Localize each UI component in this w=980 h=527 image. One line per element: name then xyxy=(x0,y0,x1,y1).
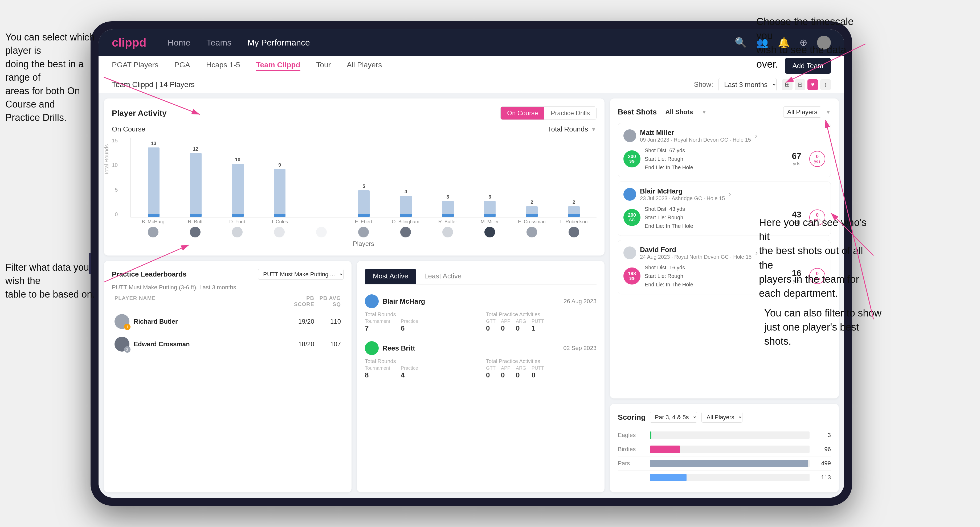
y-axis-label: Total Rounds xyxy=(103,144,110,175)
putt-val-1: 0 xyxy=(531,371,544,379)
tablet-device: clippd Home Teams My Performance 🔍 👥 🔔 ⊕… xyxy=(91,21,852,506)
arg-val-1: 0 xyxy=(516,371,526,379)
gtt-label: GTT xyxy=(486,319,496,324)
shot-player-info-0: Matt Miller 09 Jun 2023 · Royal North De… xyxy=(640,129,751,143)
gtt-label-1: GTT xyxy=(486,365,496,371)
player-activity-title: Player Activity xyxy=(112,109,167,117)
sub-nav-links: PGAT Players PGA Hcaps 1-5 Team Clippd T… xyxy=(112,61,785,71)
leaderboard-row-0: 1 Richard Butler 19/20 110 xyxy=(112,310,344,333)
nav-my-performance[interactable]: My Performance xyxy=(247,38,310,48)
nav-home[interactable]: Home xyxy=(168,38,190,48)
shot-stat-0: 67 yds xyxy=(788,151,805,167)
pai-rounds-sublabels-1: Tournament 8 Practice 4 xyxy=(365,365,476,379)
all-players-dropdown[interactable]: All Players xyxy=(783,106,821,117)
tournament-val-0: 7 xyxy=(365,324,390,332)
on-course-toggle[interactable]: On Course xyxy=(501,107,544,119)
active-tabs: Most Active Least Active xyxy=(365,269,597,284)
lb-avatar-1: 2 xyxy=(115,337,129,352)
gtt-val-1: 0 xyxy=(486,371,496,379)
shot-chevron-1[interactable]: › xyxy=(729,190,731,198)
pai-date-1: 02 Sep 2023 xyxy=(563,344,597,352)
shot-chevron-0[interactable]: › xyxy=(755,132,757,140)
pai-header-0: Blair McHarg 26 Aug 2023 xyxy=(365,294,597,308)
practice-drills-toggle[interactable]: Practice Drills xyxy=(544,107,596,119)
sub-nav-pga[interactable]: PGA xyxy=(174,61,190,71)
chart-dropdown-arrow[interactable]: ▼ xyxy=(591,126,597,133)
avatar-wrap-2 xyxy=(217,226,258,238)
bar-o-billingham: 4 xyxy=(385,189,426,217)
x-label-9: E. Crossman xyxy=(511,219,552,225)
tournament-label: Tournament xyxy=(365,319,390,324)
pai-avatar-0 xyxy=(365,294,379,308)
pai-practice-sublabels-1: GTT 0 APP 0 ARG xyxy=(486,365,597,379)
shot-chevron-2[interactable]: › xyxy=(755,249,757,257)
pai-stats-1: Total Rounds Tournament 8 Practice xyxy=(365,358,597,379)
nav-teams[interactable]: Teams xyxy=(206,38,231,48)
bottom-cards: Practice Leaderboards PUTT Must Make Put… xyxy=(104,261,605,492)
shot-player-info-2: David Ford 24 Aug 2023 · Royal North Dev… xyxy=(640,246,751,260)
scoring-birdies-bar-wrap xyxy=(650,446,810,453)
time-filter-dropdown[interactable]: Last 3 months Last 6 months Last year xyxy=(719,78,776,91)
x-label-8: M. Miller xyxy=(469,219,510,225)
x-label-3: J. Coles xyxy=(259,219,300,225)
sub-nav-hcaps[interactable]: Hcaps 1-5 xyxy=(206,61,240,71)
top-navigation: clippd Home Teams My Performance 🔍 👥 🔔 ⊕ xyxy=(99,29,844,56)
avatar-wrap-10 xyxy=(554,226,594,238)
scoring-eagles-val: 3 xyxy=(810,432,831,439)
player-avatar-8 xyxy=(484,226,496,238)
sort-view-icon[interactable]: ↕ xyxy=(820,79,831,90)
shot-player-info-1: Blair McHarg 23 Jul 2023 · Ashridge GC ·… xyxy=(640,187,725,202)
scoring-pars-val: 499 xyxy=(810,460,831,467)
search-icon[interactable]: 🔍 xyxy=(735,37,747,48)
scoring-header: Scoring Par 3, 4 & 5s All Players xyxy=(618,412,831,423)
least-active-tab[interactable]: Least Active xyxy=(416,269,469,284)
putt-label-1: PUTT xyxy=(531,365,544,371)
lb-name-0: Richard Butler xyxy=(134,318,288,325)
pai-practice-label-1: Total Practice Activities xyxy=(486,358,597,364)
sub-nav-tour[interactable]: Tour xyxy=(317,61,331,71)
on-course-label: On Course xyxy=(112,125,145,133)
scoring-par-dropdown[interactable]: Par 3, 4 & 5s xyxy=(650,412,697,423)
scoring-row-4: 113 xyxy=(618,470,831,484)
shot-info-0: Shot Dist: 67 yds Start Lie: Rough End L… xyxy=(645,146,784,171)
practice-title: Practice Leaderboards xyxy=(112,270,186,278)
bar-m-miller: 3 xyxy=(469,194,511,217)
sub-nav-team-clippd[interactable]: Team Clippd xyxy=(256,61,301,71)
player-avatar-0 xyxy=(147,226,159,238)
arg-label: ARG xyxy=(516,319,526,324)
player-avatar-2 xyxy=(231,226,243,238)
tournament-val-1: 8 xyxy=(365,371,390,379)
col-pb-avg: PB AVG SQ xyxy=(314,295,341,307)
grid-view-icon[interactable]: ⊞ xyxy=(782,79,792,90)
shot-player-1: Blair McHarg 23 Jul 2023 · Ashridge GC ·… xyxy=(624,187,825,202)
most-active-tab[interactable]: Most Active xyxy=(365,269,416,284)
scoring-birdies-bar xyxy=(650,446,680,453)
x-label-7: R. Butler xyxy=(427,219,468,225)
pai-avatar-1 xyxy=(365,341,379,355)
scoring-players-dropdown[interactable]: All Players xyxy=(702,412,743,423)
pai-practice-group-0: Total Practice Activities GTT 0 APP xyxy=(486,311,597,332)
annotation-left-top: You can select which player is doing the… xyxy=(5,30,101,125)
team-title: Team Clippd | 14 Players xyxy=(112,80,694,89)
favorite-view-icon[interactable]: ♥ xyxy=(807,79,818,90)
list-view-icon[interactable]: ⊟ xyxy=(795,79,805,90)
sub-nav-all-players[interactable]: All Players xyxy=(347,61,382,71)
gtt-val-0: 0 xyxy=(486,324,496,332)
scoring-row-birdies: Birdies 96 xyxy=(618,442,831,456)
player-avatar-5 xyxy=(358,226,369,238)
shots-dropdown-arrow[interactable]: ▼ xyxy=(702,109,707,115)
practice-dropdown[interactable]: PUTT Must Make Putting ... xyxy=(258,269,344,280)
lb-avg-0: 110 xyxy=(314,318,341,325)
leaderboard-header: PLAYER NAME PB SCORE PB AVG SQ xyxy=(112,295,344,307)
app-label: APP xyxy=(501,319,511,324)
all-shots-tab[interactable]: All Shots xyxy=(661,107,697,117)
sub-nav-pgat[interactable]: PGAT Players xyxy=(112,61,158,71)
putt-label: PUTT xyxy=(531,319,544,324)
bar-l-robertson: 2 xyxy=(554,200,594,217)
scoring-title: Scoring xyxy=(618,413,646,422)
y-axis-15: 15 xyxy=(112,138,118,144)
players-dropdown-arrow[interactable]: ▼ xyxy=(826,109,831,115)
shot-player-name-0: Matt Miller xyxy=(640,129,751,137)
player-avatar-3 xyxy=(274,226,285,238)
tablet-screen: clippd Home Teams My Performance 🔍 👥 🔔 ⊕… xyxy=(99,29,844,498)
